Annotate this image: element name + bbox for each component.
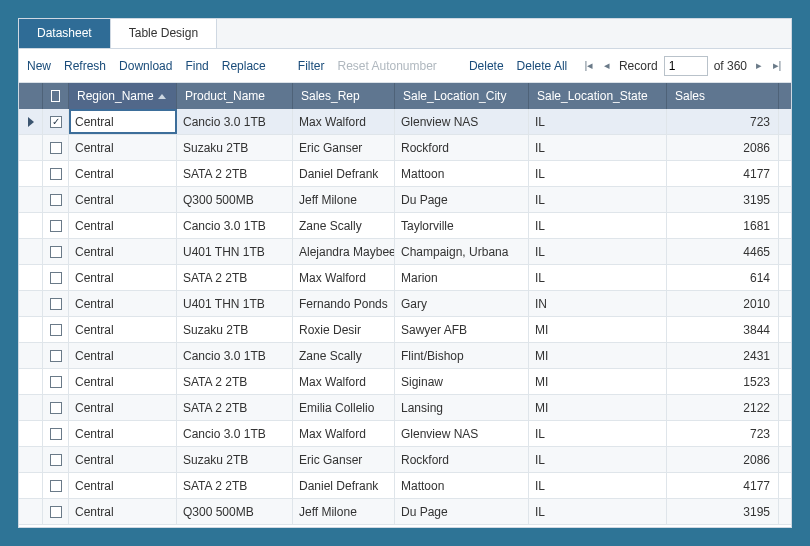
last-record-icon[interactable]: ▸|	[771, 60, 783, 72]
cell-product-name[interactable]: SATA 2 2TB	[177, 395, 293, 420]
cell-sales-rep[interactable]: Max Walford	[293, 265, 395, 290]
cell-region-name[interactable]: Central	[69, 421, 177, 446]
cell-region-name[interactable]: Central	[69, 499, 177, 524]
replace-button[interactable]: Replace	[222, 59, 266, 73]
column-sale-location-state[interactable]: Sale_Location_State	[529, 83, 667, 109]
cell-region-name[interactable]: Central	[69, 369, 177, 394]
download-button[interactable]: Download	[119, 59, 172, 73]
table-row[interactable]: CentralCancio 3.0 1TBMax WalfordGlenview…	[19, 421, 791, 447]
cell-region-name[interactable]: Central	[69, 473, 177, 498]
checkbox-icon[interactable]	[50, 246, 62, 258]
cell-sales-rep[interactable]: Fernando Ponds	[293, 291, 395, 316]
checkbox-icon[interactable]	[50, 142, 62, 154]
prev-record-icon[interactable]: ◂	[601, 60, 613, 72]
cell-sales-rep[interactable]: Alejandra Maybee	[293, 239, 395, 264]
cell-sale-location-state[interactable]: IL	[529, 473, 667, 498]
row-checkbox-cell[interactable]	[43, 135, 69, 160]
table-row[interactable]: CentralCancio 3.0 1TBMax WalfordGlenview…	[19, 109, 791, 135]
cell-sales-rep[interactable]: Emilia Collelio	[293, 395, 395, 420]
cell-sale-location-city[interactable]: Siginaw	[395, 369, 529, 394]
table-row[interactable]: CentralU401 THN 1TBFernando PondsGaryIN2…	[19, 291, 791, 317]
cell-region-name[interactable]: Central	[69, 291, 177, 316]
record-number-input[interactable]	[664, 56, 708, 76]
row-checkbox-cell[interactable]	[43, 239, 69, 264]
cell-sales[interactable]: 4177	[667, 161, 779, 186]
cell-sales-rep[interactable]: Eric Ganser	[293, 447, 395, 472]
cell-sales-rep[interactable]: Jeff Milone	[293, 187, 395, 212]
cell-sale-location-state[interactable]: MI	[529, 395, 667, 420]
checkbox-icon[interactable]	[50, 480, 62, 492]
cell-product-name[interactable]: Cancio 3.0 1TB	[177, 421, 293, 446]
cell-product-name[interactable]: Cancio 3.0 1TB	[177, 109, 293, 134]
cell-sales[interactable]: 2431	[667, 343, 779, 368]
cell-sale-location-city[interactable]: Taylorville	[395, 213, 529, 238]
cell-sale-location-state[interactable]: IL	[529, 213, 667, 238]
new-button[interactable]: New	[27, 59, 51, 73]
row-checkbox-cell[interactable]	[43, 421, 69, 446]
cell-sales-rep[interactable]: Max Walford	[293, 369, 395, 394]
cell-sale-location-city[interactable]: Champaign, Urbana	[395, 239, 529, 264]
checkbox-icon[interactable]	[50, 428, 62, 440]
checkbox-icon[interactable]	[50, 272, 62, 284]
cell-sale-location-state[interactable]: MI	[529, 317, 667, 342]
row-checkbox-cell[interactable]	[43, 499, 69, 524]
cell-sales-rep[interactable]: Roxie Desir	[293, 317, 395, 342]
cell-sale-location-city[interactable]: Du Page	[395, 499, 529, 524]
cell-product-name[interactable]: Suzaku 2TB	[177, 317, 293, 342]
row-checkbox-cell[interactable]	[43, 343, 69, 368]
first-record-icon[interactable]: |◂	[583, 60, 595, 72]
cell-sale-location-state[interactable]: IL	[529, 265, 667, 290]
cell-sales[interactable]: 1523	[667, 369, 779, 394]
cell-region-name[interactable]: Central	[69, 213, 177, 238]
cell-sales[interactable]: 2086	[667, 135, 779, 160]
cell-sale-location-city[interactable]: Rockford	[395, 447, 529, 472]
cell-sale-location-state[interactable]: IL	[529, 161, 667, 186]
delete-button[interactable]: Delete	[469, 59, 504, 73]
cell-sales[interactable]: 3195	[667, 499, 779, 524]
cell-product-name[interactable]: Q300 500MB	[177, 187, 293, 212]
cell-sale-location-city[interactable]: Rockford	[395, 135, 529, 160]
cell-region-name[interactable]: Central	[69, 395, 177, 420]
next-record-icon[interactable]: ▸	[753, 60, 765, 72]
checkbox-icon[interactable]	[50, 454, 62, 466]
cell-sale-location-state[interactable]: IL	[529, 447, 667, 472]
cell-sales-rep[interactable]: Max Walford	[293, 109, 395, 134]
cell-region-name[interactable]: Central	[69, 239, 177, 264]
cell-sales[interactable]: 2086	[667, 447, 779, 472]
column-sales-rep[interactable]: Sales_Rep	[293, 83, 395, 109]
checkbox-icon[interactable]	[50, 376, 62, 388]
row-checkbox-cell[interactable]	[43, 213, 69, 238]
find-button[interactable]: Find	[185, 59, 208, 73]
cell-sale-location-state[interactable]: MI	[529, 369, 667, 394]
row-checkbox-cell[interactable]	[43, 473, 69, 498]
cell-sales[interactable]: 3844	[667, 317, 779, 342]
cell-region-name[interactable]: Central	[69, 343, 177, 368]
row-checkbox-cell[interactable]	[43, 317, 69, 342]
cell-sale-location-state[interactable]: IL	[529, 421, 667, 446]
row-checkbox-cell[interactable]	[43, 291, 69, 316]
cell-sale-location-city[interactable]: Glenview NAS	[395, 421, 529, 446]
cell-sale-location-city[interactable]: Mattoon	[395, 161, 529, 186]
cell-sales-rep[interactable]: Max Walford	[293, 421, 395, 446]
row-checkbox-cell[interactable]	[43, 109, 69, 134]
cell-sale-location-state[interactable]: MI	[529, 343, 667, 368]
table-row[interactable]: CentralCancio 3.0 1TBZane ScallyFlint/Bi…	[19, 343, 791, 369]
row-checkbox-cell[interactable]	[43, 395, 69, 420]
checkbox-icon[interactable]	[50, 298, 62, 310]
grid-body[interactable]: CentralCancio 3.0 1TBMax WalfordGlenview…	[19, 109, 791, 527]
tab-datasheet[interactable]: Datasheet	[19, 19, 111, 48]
cell-region-name[interactable]: Central	[69, 109, 177, 134]
cell-sales-rep[interactable]: Jeff Milone	[293, 499, 395, 524]
row-checkbox-cell[interactable]	[43, 161, 69, 186]
cell-sale-location-city[interactable]: Mattoon	[395, 473, 529, 498]
checkbox-icon[interactable]	[50, 324, 62, 336]
cell-sale-location-city[interactable]: Marion	[395, 265, 529, 290]
table-row[interactable]: CentralSATA 2 2TBDaniel DefrankMattoonIL…	[19, 161, 791, 187]
checkbox-icon[interactable]	[51, 90, 60, 102]
cell-sale-location-city[interactable]: Glenview NAS	[395, 109, 529, 134]
table-row[interactable]: CentralSuzaku 2TBRoxie DesirSawyer AFBMI…	[19, 317, 791, 343]
column-region-name[interactable]: Region_Name	[69, 83, 177, 109]
table-row[interactable]: CentralQ300 500MBJeff MiloneDu PageIL319…	[19, 187, 791, 213]
column-sale-location-city[interactable]: Sale_Location_City	[395, 83, 529, 109]
checkbox-icon[interactable]	[50, 220, 62, 232]
